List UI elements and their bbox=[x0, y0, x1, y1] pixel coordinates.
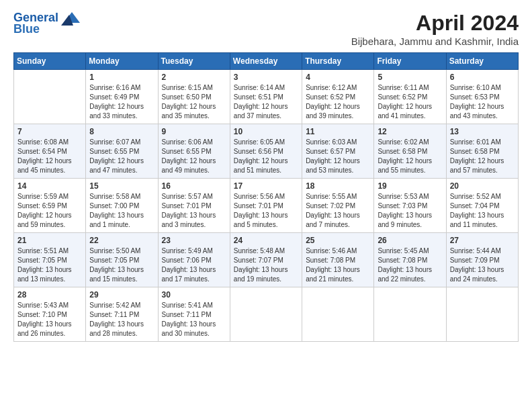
day-number: 16 bbox=[162, 181, 226, 191]
day-info: Sunrise: 6:16 AM Sunset: 6:49 PM Dayligh… bbox=[89, 83, 154, 121]
calendar-cell: 29Sunrise: 5:42 AM Sunset: 7:11 PM Dayli… bbox=[86, 287, 158, 342]
calendar-cell: 6Sunrise: 6:10 AM Sunset: 6:53 PM Daylig… bbox=[446, 70, 518, 124]
day-number: 12 bbox=[378, 127, 442, 136]
day-info: Sunrise: 5:49 AM Sunset: 7:06 PM Dayligh… bbox=[162, 246, 226, 284]
col-monday: Monday bbox=[86, 53, 158, 70]
calendar-cell: 7Sunrise: 6:08 AM Sunset: 6:54 PM Daylig… bbox=[14, 124, 86, 179]
day-number: 13 bbox=[450, 127, 515, 136]
calendar-cell: 14Sunrise: 5:59 AM Sunset: 6:59 PM Dayli… bbox=[14, 179, 86, 233]
logo-icon bbox=[58, 11, 80, 26]
calendar-cell: 12Sunrise: 6:02 AM Sunset: 6:58 PM Dayli… bbox=[374, 124, 446, 179]
calendar-cell: 22Sunrise: 5:50 AM Sunset: 7:05 PM Dayli… bbox=[86, 233, 158, 287]
day-number: 26 bbox=[378, 236, 442, 245]
day-number: 22 bbox=[89, 236, 154, 245]
calendar-cell: 21Sunrise: 5:51 AM Sunset: 7:05 PM Dayli… bbox=[14, 233, 86, 287]
day-info: Sunrise: 5:52 AM Sunset: 7:04 PM Dayligh… bbox=[450, 192, 515, 230]
day-number: 20 bbox=[450, 181, 515, 191]
calendar-cell: 17Sunrise: 5:56 AM Sunset: 7:01 PM Dayli… bbox=[230, 179, 302, 233]
day-info: Sunrise: 6:03 AM Sunset: 6:57 PM Dayligh… bbox=[306, 138, 370, 175]
day-number: 29 bbox=[89, 290, 154, 300]
day-info: Sunrise: 5:58 AM Sunset: 7:00 PM Dayligh… bbox=[89, 192, 154, 230]
day-number: 18 bbox=[306, 181, 370, 191]
calendar-cell: 28Sunrise: 5:43 AM Sunset: 7:10 PM Dayli… bbox=[14, 287, 86, 342]
day-number: 6 bbox=[450, 73, 515, 82]
week-row-1: 1Sunrise: 6:16 AM Sunset: 6:49 PM Daylig… bbox=[14, 70, 519, 124]
day-info: Sunrise: 5:56 AM Sunset: 7:01 PM Dayligh… bbox=[234, 192, 298, 230]
week-row-3: 14Sunrise: 5:59 AM Sunset: 6:59 PM Dayli… bbox=[14, 179, 519, 233]
day-info: Sunrise: 6:08 AM Sunset: 6:54 PM Dayligh… bbox=[17, 138, 82, 175]
day-number: 7 bbox=[17, 127, 82, 136]
week-row-2: 7Sunrise: 6:08 AM Sunset: 6:54 PM Daylig… bbox=[14, 124, 519, 179]
week-row-5: 28Sunrise: 5:43 AM Sunset: 7:10 PM Dayli… bbox=[14, 287, 519, 342]
col-friday: Friday bbox=[374, 53, 446, 70]
calendar-cell: 2Sunrise: 6:15 AM Sunset: 6:50 PM Daylig… bbox=[158, 70, 230, 124]
day-info: Sunrise: 5:44 AM Sunset: 7:09 PM Dayligh… bbox=[450, 246, 515, 284]
day-info: Sunrise: 5:48 AM Sunset: 7:07 PM Dayligh… bbox=[234, 246, 298, 284]
day-info: Sunrise: 5:57 AM Sunset: 7:01 PM Dayligh… bbox=[162, 192, 226, 230]
calendar-cell bbox=[374, 287, 446, 342]
day-number: 9 bbox=[162, 127, 226, 136]
calendar-cell: 15Sunrise: 5:58 AM Sunset: 7:00 PM Dayli… bbox=[86, 179, 158, 233]
col-sunday: Sunday bbox=[14, 53, 86, 70]
day-info: Sunrise: 6:15 AM Sunset: 6:50 PM Dayligh… bbox=[162, 83, 226, 121]
day-info: Sunrise: 5:59 AM Sunset: 6:59 PM Dayligh… bbox=[17, 192, 82, 230]
calendar-cell: 27Sunrise: 5:44 AM Sunset: 7:09 PM Dayli… bbox=[446, 233, 518, 287]
day-info: Sunrise: 5:42 AM Sunset: 7:11 PM Dayligh… bbox=[89, 301, 154, 338]
title-block: April 2024 Bijbehara, Jammu and Kashmir,… bbox=[351, 11, 519, 47]
calendar-cell: 23Sunrise: 5:49 AM Sunset: 7:06 PM Dayli… bbox=[158, 233, 230, 287]
calendar-cell: 3Sunrise: 6:14 AM Sunset: 6:51 PM Daylig… bbox=[230, 70, 302, 124]
calendar-cell: 30Sunrise: 5:41 AM Sunset: 7:11 PM Dayli… bbox=[158, 287, 230, 342]
page: General Blue April 2024 Bijbehara, Jammu… bbox=[0, 0, 532, 349]
day-number: 5 bbox=[378, 73, 442, 82]
calendar-cell bbox=[446, 287, 518, 342]
col-saturday: Saturday bbox=[446, 53, 518, 70]
calendar-cell: 24Sunrise: 5:48 AM Sunset: 7:07 PM Dayli… bbox=[230, 233, 302, 287]
day-number: 21 bbox=[17, 236, 82, 245]
calendar-cell: 19Sunrise: 5:53 AM Sunset: 7:03 PM Dayli… bbox=[374, 179, 446, 233]
calendar-cell: 9Sunrise: 6:06 AM Sunset: 6:55 PM Daylig… bbox=[158, 124, 230, 179]
calendar-cell: 26Sunrise: 5:45 AM Sunset: 7:08 PM Dayli… bbox=[374, 233, 446, 287]
day-info: Sunrise: 6:02 AM Sunset: 6:58 PM Dayligh… bbox=[378, 138, 442, 175]
day-number: 14 bbox=[17, 181, 82, 191]
day-info: Sunrise: 5:41 AM Sunset: 7:11 PM Dayligh… bbox=[162, 301, 226, 338]
day-number: 17 bbox=[234, 181, 298, 191]
day-info: Sunrise: 6:14 AM Sunset: 6:51 PM Dayligh… bbox=[234, 83, 298, 121]
day-info: Sunrise: 5:45 AM Sunset: 7:08 PM Dayligh… bbox=[378, 246, 442, 284]
calendar-cell: 11Sunrise: 6:03 AM Sunset: 6:57 PM Dayli… bbox=[302, 124, 374, 179]
calendar-cell bbox=[14, 70, 86, 124]
col-thursday: Thursday bbox=[302, 53, 374, 70]
page-subtitle: Bijbehara, Jammu and Kashmir, India bbox=[351, 36, 519, 47]
day-info: Sunrise: 5:46 AM Sunset: 7:08 PM Dayligh… bbox=[306, 246, 370, 284]
col-tuesday: Tuesday bbox=[158, 53, 230, 70]
day-info: Sunrise: 6:05 AM Sunset: 6:56 PM Dayligh… bbox=[234, 138, 298, 175]
day-number: 8 bbox=[89, 127, 154, 136]
header-row: Sunday Monday Tuesday Wednesday Thursday… bbox=[14, 53, 519, 70]
logo: General Blue bbox=[13, 11, 80, 36]
day-number: 27 bbox=[450, 236, 515, 245]
calendar-cell: 13Sunrise: 6:01 AM Sunset: 6:58 PM Dayli… bbox=[446, 124, 518, 179]
calendar-cell bbox=[230, 287, 302, 342]
calendar-cell: 8Sunrise: 6:07 AM Sunset: 6:55 PM Daylig… bbox=[86, 124, 158, 179]
day-info: Sunrise: 5:51 AM Sunset: 7:05 PM Dayligh… bbox=[17, 246, 82, 284]
day-info: Sunrise: 6:11 AM Sunset: 6:52 PM Dayligh… bbox=[378, 83, 442, 121]
day-number: 24 bbox=[234, 236, 298, 245]
day-info: Sunrise: 6:10 AM Sunset: 6:53 PM Dayligh… bbox=[450, 83, 515, 121]
calendar-cell bbox=[302, 287, 374, 342]
day-info: Sunrise: 6:06 AM Sunset: 6:55 PM Dayligh… bbox=[162, 138, 226, 175]
calendar-cell: 10Sunrise: 6:05 AM Sunset: 6:56 PM Dayli… bbox=[230, 124, 302, 179]
day-number: 3 bbox=[234, 73, 298, 82]
logo-blue-text: Blue bbox=[13, 23, 40, 36]
header: General Blue April 2024 Bijbehara, Jammu… bbox=[13, 11, 519, 47]
day-number: 4 bbox=[306, 73, 370, 82]
calendar-cell: 1Sunrise: 6:16 AM Sunset: 6:49 PM Daylig… bbox=[86, 70, 158, 124]
day-number: 23 bbox=[162, 236, 226, 245]
calendar-cell: 4Sunrise: 6:12 AM Sunset: 6:52 PM Daylig… bbox=[302, 70, 374, 124]
day-number: 15 bbox=[89, 181, 154, 191]
calendar-cell: 20Sunrise: 5:52 AM Sunset: 7:04 PM Dayli… bbox=[446, 179, 518, 233]
calendar-cell: 25Sunrise: 5:46 AM Sunset: 7:08 PM Dayli… bbox=[302, 233, 374, 287]
day-info: Sunrise: 5:53 AM Sunset: 7:03 PM Dayligh… bbox=[378, 192, 442, 230]
day-number: 11 bbox=[306, 127, 370, 136]
day-info: Sunrise: 6:01 AM Sunset: 6:58 PM Dayligh… bbox=[450, 138, 515, 175]
calendar-cell: 5Sunrise: 6:11 AM Sunset: 6:52 PM Daylig… bbox=[374, 70, 446, 124]
day-info: Sunrise: 6:07 AM Sunset: 6:55 PM Dayligh… bbox=[89, 138, 154, 175]
